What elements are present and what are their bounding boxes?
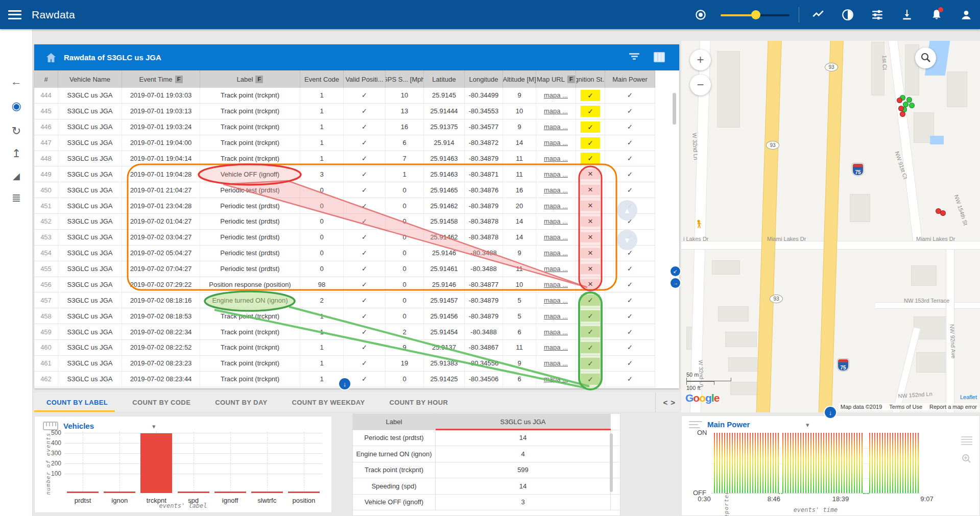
history-icon[interactable]: ↻ [0, 125, 33, 138]
map-url-link[interactable]: mapa ... [544, 233, 568, 241]
opacity-slider[interactable] [721, 8, 790, 21]
leaflet-link[interactable]: Leaflet [960, 394, 977, 400]
column-header[interactable]: Altitude [M] [503, 70, 536, 88]
columns-icon[interactable] [654, 52, 665, 62]
column-header[interactable]: Valid Positi... [344, 70, 386, 88]
account-icon[interactable] [960, 8, 973, 21]
filter-badge[interactable]: F [255, 76, 263, 83]
bar-position[interactable] [288, 492, 320, 494]
column-header[interactable]: Longitude [465, 70, 503, 88]
filter-badge[interactable]: F [567, 76, 575, 83]
column-header[interactable]: Event TimeF [122, 70, 200, 88]
collapse-panel-button[interactable]: ↙ [671, 266, 680, 276]
map-url-link[interactable]: mapa ... [544, 375, 568, 383]
notifications-icon[interactable] [930, 8, 943, 21]
report-map-error-link[interactable]: Report a map error [929, 404, 977, 410]
expand-panel-button[interactable]: → [671, 278, 680, 288]
list-icon[interactable]: ≣ [0, 191, 33, 205]
scroll-to-bottom-button[interactable]: ↓ [339, 378, 350, 389]
map-url-link[interactable]: mapa ... [544, 107, 568, 115]
table-row[interactable]: 446S3GLC us JGA2019-07-01 19:03:24Track … [34, 119, 655, 135]
map-zoom-out-button[interactable]: − [690, 75, 711, 95]
map-url-link[interactable]: mapa ... [544, 91, 568, 99]
bar-spd[interactable] [178, 492, 209, 494]
chart-options-icon[interactable] [961, 436, 972, 447]
tab-count-by-code[interactable]: COUNT BY CODE [120, 392, 203, 412]
table-row[interactable]: 461S3GLC us JGA2019-07-02 08:23:23Track … [34, 356, 655, 372]
tab-count-by-label[interactable]: COUNT BY LABEL [34, 392, 120, 412]
column-header[interactable]: Main Power [605, 70, 655, 88]
count-row[interactable]: Vehicle OFF (ignoff)3 [353, 495, 620, 511]
count-table-scrollbar[interactable] [610, 433, 613, 492]
home-icon[interactable] [45, 53, 57, 63]
column-header[interactable]: Latitude [424, 70, 465, 88]
count-row[interactable]: Speeding (spd)14 [353, 478, 620, 495]
contrast-icon[interactable] [841, 8, 854, 21]
table-row[interactable]: 452S3GLC us JGA2019-07-02 01:04:27Period… [34, 214, 655, 230]
map[interactable]: W 32nd Ln1st CtNW 91st CtNW 154th Sti La… [681, 41, 980, 412]
column-header[interactable]: Event Code [300, 70, 344, 88]
table-row[interactable]: 460S3GLC us JGA2019-07-02 08:22:52Track … [34, 340, 655, 356]
tune-icon[interactable] [871, 8, 884, 21]
vehicles-dropdown[interactable]: Vehicles [63, 422, 94, 430]
event-marker-red[interactable] [940, 210, 946, 216]
bar-prdtst[interactable] [67, 492, 99, 494]
record-icon[interactable] [694, 8, 707, 21]
bar-slwtrfc[interactable] [251, 492, 283, 494]
map-url-link[interactable]: mapa ... [544, 186, 568, 194]
map-url-link[interactable]: mapa ... [544, 155, 568, 162]
trend-icon[interactable] [811, 8, 825, 21]
column-header[interactable]: LabelF [200, 70, 300, 88]
count-column-header[interactable]: S3GLC us JGA [436, 414, 611, 430]
filter-icon[interactable] [629, 53, 639, 61]
count-row[interactable]: Periodic test (prdtst)14 [353, 430, 620, 447]
download-icon[interactable] [900, 8, 914, 21]
terms-of-use-link[interactable]: Terms of Use [889, 404, 922, 410]
table-row[interactable]: 448S3GLC us JGA2019-07-01 19:04:14Track … [34, 151, 655, 167]
event-marker-red[interactable] [900, 111, 905, 117]
column-header[interactable]: Map URLF [536, 70, 576, 88]
scroll-down-button[interactable]: ▼ [617, 230, 637, 250]
map-zoom-in-button[interactable]: + [690, 50, 711, 70]
filter-badge[interactable]: F [175, 76, 183, 83]
bar-trckpnt[interactable] [140, 433, 172, 493]
table-row[interactable]: 458S3GLC us JGA2019-07-02 08:18:53Track … [34, 308, 655, 324]
map-url-link[interactable]: mapa ... [544, 123, 568, 131]
map-url-link[interactable]: mapa ... [544, 328, 568, 336]
map-url-link[interactable]: mapa ... [544, 249, 568, 257]
event-marker-green[interactable] [909, 103, 915, 108]
table-row[interactable]: 450S3GLC us JGA2019-07-01 21:04:27Period… [34, 182, 655, 198]
tab-count-by-day[interactable]: COUNT BY DAY [203, 392, 279, 412]
record-icon[interactable]: ◉ [0, 100, 33, 113]
slider-thumb[interactable] [751, 10, 760, 19]
table-row[interactable]: 453S3GLC us JGA2019-07-02 03:04:27Period… [34, 230, 655, 245]
table-row[interactable]: 447S3GLC us JGA2019-07-01 19:04:00Track … [34, 135, 655, 151]
column-header[interactable]: Ignition St... [576, 70, 605, 88]
zoom-in-icon[interactable] [961, 454, 972, 466]
map-url-link[interactable]: mapa ... [544, 139, 568, 146]
scroll-up-button[interactable]: ▲ [617, 200, 637, 220]
column-header[interactable]: # [34, 70, 58, 88]
map-url-link[interactable]: mapa ... [544, 265, 568, 273]
tabs-prev-icon[interactable]: < [663, 398, 667, 407]
count-row[interactable]: Engine turned ON (ignon)4 [353, 446, 620, 462]
menu-icon[interactable] [8, 10, 21, 19]
table-row[interactable]: 455S3GLC us JGA2019-07-02 07:04:27Period… [34, 261, 655, 277]
table-row[interactable]: 456S3GLC us JGA2019-07-02 07:29:22Positi… [34, 277, 655, 293]
chevron-down-icon[interactable]: ▾ [152, 423, 156, 430]
table-row[interactable]: 445S3GLC us JGA2019-07-01 19:03:13Track … [34, 104, 655, 119]
table-row[interactable]: 454S3GLC us JGA2019-07-02 05:04:27Period… [34, 245, 655, 261]
collapse-map-button[interactable]: ↓ [825, 407, 836, 418]
tabs-next-icon[interactable]: > [671, 398, 675, 407]
table-row[interactable]: 457S3GLC us JGA2019-07-02 08:18:16Engine… [34, 292, 655, 308]
bar-ignoff[interactable] [214, 492, 246, 494]
table-row[interactable]: 459S3GLC us JGA2019-07-02 08:22:34Track … [34, 324, 655, 340]
map-url-link[interactable]: mapa ... [544, 170, 568, 178]
count-column-header[interactable]: Label [353, 414, 436, 430]
upload-icon[interactable]: ↥ [0, 147, 33, 160]
map-url-link[interactable]: mapa ... [544, 281, 568, 288]
back-icon[interactable]: ← [0, 75, 33, 88]
count-row[interactable]: Track point (trckpnt)599 [353, 462, 620, 479]
table-row[interactable]: 444S3GLC us JGA2019-07-01 19:03:03Track … [34, 88, 655, 104]
map-url-link[interactable]: mapa ... [544, 312, 568, 320]
